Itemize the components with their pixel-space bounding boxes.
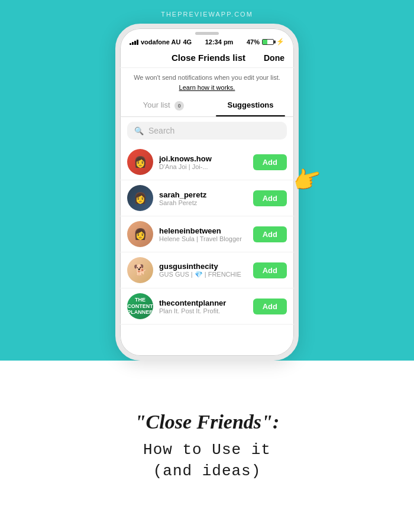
user-handle: thecontentplanner — [159, 299, 247, 307]
avatar: 👩 — [127, 149, 153, 175]
subtitle-line2: (and ideas) — [153, 462, 261, 480]
user-info: thecontentplanner Plan It. Post It. Prof… — [159, 299, 247, 314]
carrier-label: vodafone AU — [141, 38, 180, 46]
search-input-wrapper[interactable]: 🔍 Search — [127, 122, 287, 140]
add-button[interactable]: Add — [253, 226, 287, 242]
user-name: GUS GUS | 💎 | FRENCHIE — [159, 271, 247, 278]
avatar: 👩 — [127, 185, 153, 211]
list-item: 👩 joi.knows.how D'Ana Joi | Joi-... Add — [120, 144, 294, 180]
list-item: 👩 sarah_peretz Sarah Peretz Add — [120, 180, 294, 216]
bottom-title: "Close Friends": — [135, 410, 280, 434]
avatar: THECONTENTPLANNER — [127, 293, 153, 319]
add-button[interactable]: Add — [253, 190, 287, 206]
add-button[interactable]: Add — [253, 262, 287, 278]
user-info: gusgusinthecity GUS GUS | 💎 | FRENCHIE — [159, 262, 247, 278]
site-url: THEPREVIEWAPP.COM — [161, 11, 253, 18]
status-right: 47% ⚡ — [247, 38, 284, 46]
search-icon: 🔍 — [134, 126, 144, 135]
screen-content: Close Friends list Done We won't send no… — [120, 48, 294, 356]
list-item: 🐕 gusgusinthecity GUS GUS | 💎 | FRENCHIE… — [120, 252, 294, 288]
user-name: Sarah Peretz — [159, 199, 247, 206]
learn-how-link[interactable]: Learn how it works. — [179, 84, 235, 91]
user-handle: heleneinbetween — [159, 226, 247, 235]
user-name: Plan It. Post It. Profit. — [159, 307, 247, 314]
bottom-section: "Close Friends": How to Use it (and idea… — [0, 361, 414, 532]
tab-your-list[interactable]: Your list 0 — [120, 95, 207, 116]
notification-text: We won't send notifications when you edi… — [134, 74, 280, 81]
avatar: 🐕 — [127, 257, 153, 283]
add-button[interactable]: Add — [253, 154, 287, 170]
time-label: 12:34 pm — [205, 38, 234, 46]
search-bar: 🔍 Search — [120, 117, 294, 144]
list-item: 👩 heleneinbetween Helene Sula | Travel B… — [120, 216, 294, 252]
tabs-row: Your list 0 Suggestions — [120, 95, 294, 117]
notification-bar: We won't send notifications when you edi… — [120, 68, 294, 95]
app-header: Close Friends list Done — [120, 48, 294, 68]
users-list: 👩 joi.knows.how D'Ana Joi | Joi-... Add … — [120, 144, 294, 356]
subtitle-line1: How to Use it — [143, 441, 271, 459]
network-label: 4G — [183, 38, 192, 46]
done-button[interactable]: Done — [264, 53, 284, 63]
phone-speaker — [195, 32, 219, 35]
add-button[interactable]: Add — [253, 299, 287, 314]
user-handle: joi.knows.how — [159, 154, 247, 163]
phone-screen: vodafone AU 4G 12:34 pm 47% ⚡ Close Frie… — [115, 24, 299, 361]
bottom-subtitle: How to Use it (and ideas) — [143, 439, 271, 482]
user-info: heleneinbetween Helene Sula | Travel Blo… — [159, 226, 247, 242]
tab-suggestions[interactable]: Suggestions — [207, 95, 294, 116]
list-item: THECONTENTPLANNER thecontentplanner Plan… — [120, 288, 294, 325]
user-info: sarah_peretz Sarah Peretz — [159, 190, 247, 206]
battery-percent: 47% — [247, 38, 260, 46]
status-left: vodafone AU 4G — [130, 38, 192, 46]
tab-suggestions-label: Suggestions — [227, 100, 273, 109]
phone-mockup: vodafone AU 4G 12:34 pm 47% ⚡ Close Frie… — [115, 24, 299, 361]
avatar: 👩 — [127, 221, 153, 247]
tab-your-list-label: Your list — [143, 100, 170, 109]
user-handle: gusgusinthecity — [159, 262, 247, 271]
signal-bars — [130, 39, 138, 45]
user-info: joi.knows.how D'Ana Joi | Joi-... — [159, 154, 247, 170]
lightning-icon: ⚡ — [276, 38, 284, 46]
user-name: D'Ana Joi | Joi-... — [159, 163, 247, 170]
status-bar: vodafone AU 4G 12:34 pm 47% ⚡ — [120, 28, 294, 48]
user-name: Helene Sula | Travel Blogger — [159, 235, 247, 242]
tab-badge: 0 — [174, 101, 184, 111]
user-handle: sarah_peretz — [159, 190, 247, 199]
search-placeholder: Search — [148, 126, 174, 135]
app-header-title: Close Friends list — [172, 53, 245, 63]
battery-icon — [262, 39, 274, 45]
